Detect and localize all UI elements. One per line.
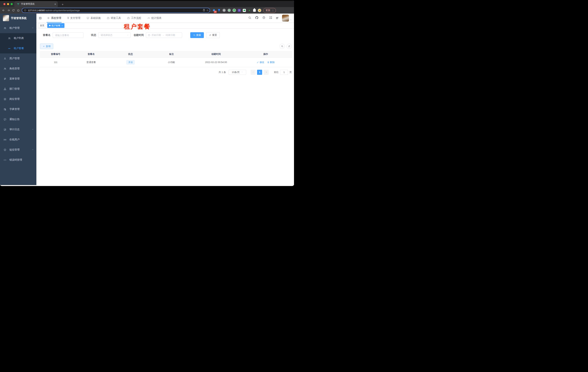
prev-page-button[interactable]: [251, 70, 256, 75]
chrome-update-button[interactable]: 更新 ⋮: [263, 8, 276, 13]
start-date-placeholder[interactable]: 开始日期: [152, 33, 161, 37]
font-size-icon[interactable]: tT: [276, 16, 278, 20]
search-icon[interactable]: [248, 16, 251, 20]
goto-page-input[interactable]: [280, 70, 288, 75]
tag-home[interactable]: 首页: [38, 23, 46, 28]
tab-payment-management[interactable]: ¥ 支付管理: [64, 14, 84, 23]
sidebar-item-audit-log[interactable]: 审计日志: [0, 124, 36, 135]
site-info-icon[interactable]: [24, 9, 26, 11]
next-page-button[interactable]: [263, 70, 269, 75]
col-actions: 操作: [239, 51, 292, 57]
command-extension-icon[interactable]: ⌘: [222, 9, 226, 12]
chevron-up-icon: [32, 27, 34, 30]
broadcast-icon: [4, 138, 6, 141]
table-toolbar: 新增: [40, 43, 292, 49]
status-select[interactable]: 请选择状态: [98, 32, 131, 38]
sidebar-item-tenant-management[interactable]: 租户管理: [0, 23, 36, 33]
tab-close-icon[interactable]: ×: [54, 3, 56, 6]
fullscreen-icon[interactable]: [269, 16, 272, 20]
page-number-1[interactable]: 1: [257, 70, 262, 75]
bookmark-star-icon[interactable]: ☆: [206, 9, 209, 12]
star-extension-icon[interactable]: ✶: [248, 9, 251, 12]
address-bar[interactable]: 127.0.0.1:48080 /admin-ui/system/tenant/…: [22, 8, 210, 13]
kite-extension-icon[interactable]: [217, 9, 221, 12]
tab-system-management[interactable]: 系统管理: [44, 14, 64, 23]
tag-tenant-package[interactable]: 租户套餐 ×: [47, 23, 64, 28]
ydev-extension-icon[interactable]: y: [232, 9, 236, 12]
end-date-placeholder[interactable]: 结束日期: [166, 33, 175, 37]
page-unit-label: 页: [289, 71, 292, 74]
refresh-table-button[interactable]: [287, 44, 292, 49]
profile-avatar-icon[interactable]: [258, 9, 261, 12]
browser-menu-icon[interactable]: ⋮: [272, 9, 274, 12]
recorder-extension-icon[interactable]: [227, 9, 231, 12]
tab-dev-tools[interactable]: 研发工具: [104, 14, 124, 23]
back-button[interactable]: [1, 8, 6, 13]
close-window-button[interactable]: [3, 3, 5, 5]
home-button[interactable]: [16, 8, 21, 13]
sidebar-item-error-code[interactable]: 错误码管理: [0, 155, 36, 165]
user-avatar-menu[interactable]: [282, 15, 292, 21]
sidebar-item-tenant-list[interactable]: 租户列表: [0, 33, 36, 43]
monitor-icon: [86, 17, 89, 19]
app-page: 芋道管理系统 租户管理 租户列表 租户套餐 用户管理: [0, 14, 294, 185]
main-area: 租户套餐 系统管理 ¥ 支付管理 基础设施: [36, 14, 294, 185]
chat-extension-icon[interactable]: [242, 9, 246, 12]
new-tab-button[interactable]: +: [61, 2, 65, 7]
zoom-window-button[interactable]: [11, 3, 13, 5]
minimize-window-button[interactable]: [7, 3, 9, 5]
reset-button[interactable]: 重置: [206, 32, 220, 38]
sidebar-item-menu-management[interactable]: 菜单管理: [0, 74, 36, 84]
sidebar-item-notice[interactable]: 通知公告: [0, 114, 36, 124]
org-chart-icon: [4, 88, 6, 90]
sidebar: 芋道管理系统 租户管理 租户列表 租户套餐 用户管理: [0, 14, 36, 185]
sidebar-item-online-users[interactable]: 在线用户: [0, 135, 36, 145]
tab-workflow[interactable]: 工作流程: [124, 14, 144, 23]
cell-status: 开启: [111, 57, 150, 67]
reload-button[interactable]: [11, 8, 16, 13]
page-size-select[interactable]: 10条/页: [229, 70, 246, 75]
tab-statistics-report[interactable]: 统计报表: [144, 14, 165, 23]
shield-extension-icon[interactable]: [238, 9, 241, 12]
add-button[interactable]: 新增: [40, 43, 53, 49]
sidebar-item-department-management[interactable]: 部门管理: [0, 84, 36, 94]
sidebar-item-role-management[interactable]: 角色管理: [0, 64, 36, 74]
pinned-extension-icon[interactable]: 10: [212, 9, 216, 12]
puzzle-extensions-icon[interactable]: [253, 9, 256, 12]
package-name-input[interactable]: [53, 32, 84, 38]
tab-infrastructure[interactable]: 基础设施: [84, 14, 104, 23]
badge-icon: [4, 98, 6, 101]
sidebar-toggle-icon[interactable]: [36, 14, 44, 23]
extension-badge: 10: [214, 11, 217, 13]
plus-icon: [43, 45, 45, 47]
calendar-icon: [148, 34, 150, 36]
cell-package-id: 111: [40, 57, 71, 67]
delete-link[interactable]: 删除: [267, 61, 275, 64]
tags-view-bar: 首页 租户套餐 ×: [36, 23, 294, 29]
help-icon[interactable]: [262, 16, 265, 20]
edit-link[interactable]: 修改: [257, 61, 264, 64]
tag-close-icon[interactable]: ×: [62, 24, 63, 27]
date-range-picker[interactable]: 开始日期 - 结束日期: [146, 32, 182, 38]
share-icon[interactable]: [203, 9, 205, 12]
github-icon[interactable]: [255, 16, 259, 20]
sidebar-item-sms-management[interactable]: 短信管理: [0, 145, 36, 155]
cell-create-time: 2022-02-22 00:54:00: [193, 57, 239, 67]
toggle-search-button[interactable]: [280, 44, 285, 49]
sidebar-logo[interactable]: 芋道管理系统: [0, 14, 36, 23]
sidebar-item-user-management[interactable]: 用户管理: [0, 53, 36, 64]
forward-button[interactable]: [6, 8, 11, 13]
avatar[interactable]: [282, 15, 289, 21]
table-row: 111 普通套餐 开启 小功能 2022-02-22 00:54:00 修改: [40, 57, 292, 67]
sidebar-item-tenant-package[interactable]: 租户套餐: [0, 43, 36, 53]
sidebar-item-dict-management[interactable]: 字典管理: [0, 104, 36, 114]
chevron-right-icon: [265, 71, 267, 73]
browser-tab[interactable]: 芋道管理系统 ×: [14, 1, 58, 7]
search-button[interactable]: 搜索: [190, 32, 204, 38]
sidebar-item-post-management[interactable]: 岗位管理: [0, 94, 36, 104]
col-package-id: 套餐编号: [40, 51, 71, 57]
status-badge[interactable]: 开启: [126, 60, 135, 64]
shield-check-icon: [4, 149, 6, 151]
cell-actions: 修改 删除: [239, 57, 292, 67]
chevron-down-icon: [32, 128, 34, 131]
